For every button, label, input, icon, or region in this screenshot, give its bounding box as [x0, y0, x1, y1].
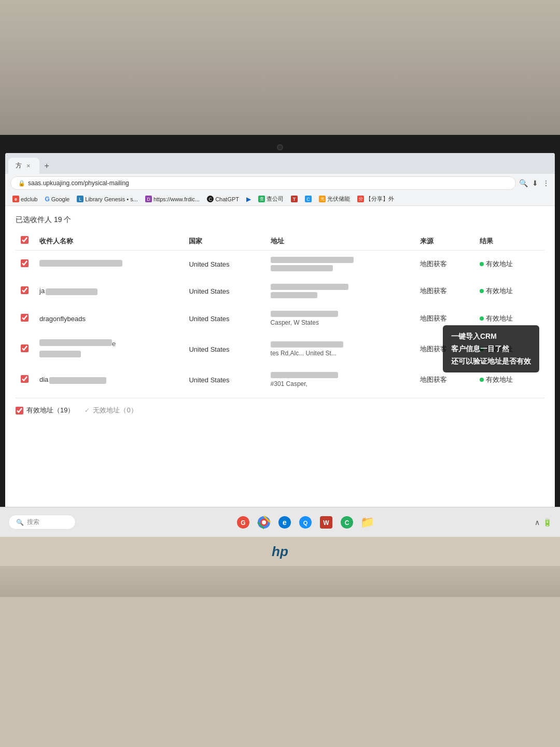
result-1: 有效地址	[480, 259, 539, 269]
country-2: United States	[189, 287, 229, 295]
col-address: 地址	[265, 232, 415, 251]
table-row: dragonflybeads United States Casper, W S…	[16, 305, 544, 333]
addr-blurred-5a	[271, 372, 338, 378]
settings-icon[interactable]: ⋮	[542, 179, 550, 187]
addr-partial-4: tes Rd,Alc... United St...	[271, 350, 410, 357]
bookmark-share[interactable]: 分 【分享】外	[354, 194, 397, 204]
bookmarks-bar: e edclub G Google L Library Genesis • s.…	[5, 192, 555, 206]
select-all-checkbox[interactable]	[21, 236, 29, 244]
hp-logo-bar: hp	[0, 537, 560, 566]
tab-label: 方	[16, 161, 22, 170]
ccleaner-icon[interactable]: C	[337, 513, 357, 532]
table-row: ja United States 地图获客	[16, 278, 544, 305]
bookmark-frdic[interactable]: D https://www.frdic...	[142, 195, 203, 203]
bookmark-guangfu[interactable]: 光 光伏储能	[316, 194, 353, 204]
active-tab[interactable]: 方 ×	[8, 158, 39, 174]
country-5: United States	[189, 376, 229, 384]
hp-logo: hp	[272, 544, 288, 560]
taskbar-right-icons: ∧ 🔋	[535, 518, 552, 527]
country-4: United States	[189, 345, 229, 353]
row-checkbox-1[interactable]	[21, 259, 29, 267]
page-header: 已选收件人 19 个	[16, 215, 544, 225]
browser-window: 方 × + 🔒 saas.upkuajing.com/physical-mail…	[5, 153, 555, 507]
country-1: United States	[189, 260, 229, 268]
filter-bar: 有效地址（19） ✓ 无效地址（0）	[16, 398, 544, 417]
country-3: United States	[189, 315, 229, 323]
table-wrapper: 一键导入CRM 客户信息一目了然 还可以验证地址是否有效 收件人名称	[16, 232, 544, 394]
address-bar[interactable]: 🔒 saas.upkuajing.com/physical-mailing	[10, 176, 516, 190]
address-bar-row: 🔒 saas.upkuajing.com/physical-mailing 🔍 …	[5, 174, 555, 192]
filter-invalid[interactable]: ✓ 无效地址（0）	[85, 406, 137, 415]
bookmark-libgen-label: Library Genesis • s...	[85, 196, 138, 202]
lens-icon[interactable]: 🔍	[519, 179, 528, 187]
chrome-icon[interactable]	[254, 513, 274, 532]
col-name: 收件人名称	[34, 232, 184, 251]
result-4: 有效地址	[480, 344, 539, 354]
name-5-prefix: dia	[39, 376, 48, 383]
bookmark-edclub[interactable]: e edclub	[9, 195, 40, 203]
name-3: dragonflybeads	[39, 315, 86, 323]
name-2-prefix: ja	[39, 287, 45, 295]
source-5: 地图获客	[420, 376, 447, 383]
browser-icons: 🔍 ⬇ ⋮	[519, 179, 550, 187]
row-checkbox-4[interactable]	[21, 344, 29, 352]
addr-blurred-1a	[271, 257, 354, 263]
bookmark-libgen[interactable]: L Library Genesis • s...	[74, 195, 141, 203]
taskbar: 🔍 搜索 G e	[0, 507, 560, 537]
bookmark-c2[interactable]: C	[302, 195, 315, 203]
col-result: 结果	[474, 232, 544, 251]
recipients-table: 收件人名称 国家 地址 来源 结	[16, 232, 544, 394]
tab-close-button[interactable]: ×	[25, 161, 32, 170]
taskbar-icons: G e Q W	[233, 513, 377, 532]
filter-valid-checkbox[interactable]	[16, 407, 23, 414]
url-text: saas.upkuajing.com/physical-mailing	[28, 179, 129, 187]
addr-partial-5: #301 Casper,	[271, 380, 410, 388]
bookmark-play[interactable]: ▶	[243, 195, 254, 204]
svg-text:G: G	[241, 519, 245, 527]
bookmark-t[interactable]: T	[288, 195, 301, 203]
search-label: 搜索	[27, 518, 39, 527]
qqbrowser-icon[interactable]: Q	[296, 513, 315, 532]
result-3: 有效地址	[480, 314, 539, 323]
table-row: e United States tes Rd,Alc... United St.…	[16, 333, 544, 366]
edge-icon[interactable]: e	[275, 513, 295, 532]
col-source: 来源	[415, 232, 474, 251]
col-country: 国家	[184, 232, 265, 251]
qihoo-360-icon[interactable]: G	[233, 513, 253, 532]
tab-bar: 方 × +	[5, 153, 555, 174]
download-icon[interactable]: ⬇	[532, 179, 538, 187]
svg-text:C: C	[344, 519, 349, 527]
row-checkbox-2[interactable]	[21, 286, 29, 294]
addr-blurred-2b	[271, 292, 317, 298]
search-box[interactable]: 🔍 搜索	[8, 515, 76, 530]
name-2-blurred	[46, 288, 97, 295]
result-5: 有效地址	[480, 375, 539, 384]
row-checkbox-3[interactable]	[21, 314, 29, 322]
bookmark-google[interactable]: G Google	[41, 195, 73, 204]
result-2: 有效地址	[480, 286, 539, 296]
svg-text:Q: Q	[303, 520, 307, 526]
filter-invalid-label: 无效地址（0）	[93, 406, 137, 415]
source-4: 地图获客	[420, 345, 447, 353]
bookmark-chatgpt[interactable]: C ChatGPT	[204, 195, 242, 203]
new-tab-button[interactable]: +	[39, 158, 54, 174]
folder-icon[interactable]: 📁	[358, 513, 377, 532]
svg-point-4	[262, 520, 266, 524]
up-arrow-icon[interactable]: ∧	[535, 518, 540, 527]
name-4-blurred	[39, 339, 112, 346]
source-3: 地图获客	[420, 314, 447, 322]
name-5-blurred	[49, 377, 106, 384]
table-row: dia United States #301 Casper, 地图获客	[16, 366, 544, 394]
taskbar-search-icon: 🔍	[16, 519, 24, 526]
addr-blurred-3a	[271, 311, 338, 317]
row-checkbox-5[interactable]	[21, 375, 29, 383]
svg-text:W: W	[323, 519, 329, 527]
filter-valid-label: 有效地址（19）	[26, 406, 74, 415]
addr-partial-3: Casper, W States	[271, 319, 410, 326]
page-content: 已选收件人 19 个 一键导入CRM 客户信息一目了然 还可以验证地址是否有效	[5, 206, 555, 507]
table-row: United States 地图获客	[16, 251, 544, 278]
bookmark-chagongsi[interactable]: 查 查公司	[255, 194, 287, 204]
wps-icon[interactable]: W	[316, 513, 336, 532]
filter-valid[interactable]: 有效地址（19）	[16, 406, 74, 415]
name-blurred-1	[39, 260, 122, 267]
